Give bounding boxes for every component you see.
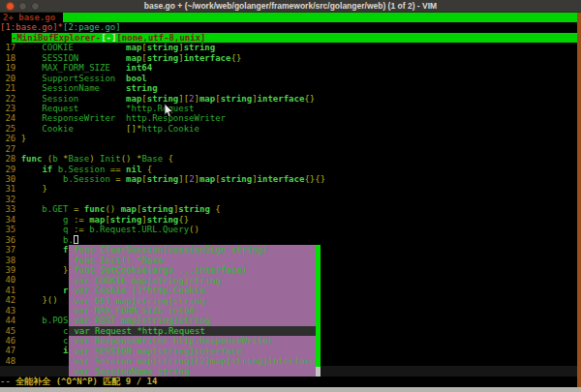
line-number: 17 (0, 43, 21, 52)
line-number: 31 (0, 184, 21, 194)
code-line[interactable]: 26 } (0, 134, 577, 143)
code-token: ][ (178, 94, 189, 104)
line-number: 30 (0, 174, 21, 184)
code-token: string (147, 94, 179, 104)
code-line[interactable]: 23 Request *http.Request (0, 104, 577, 113)
code-line[interactable]: 35 q := b.Request.URL.Query() (0, 225, 577, 234)
code-token: Base (68, 154, 89, 164)
completion-item[interactable]: var Cookie []*http.Cookie (69, 286, 316, 295)
line-number: 28 (0, 154, 21, 164)
code-token (21, 265, 63, 275)
vim-tabline: 2+ base.go (0, 13, 577, 22)
completion-match-count: 匹配 9 / 14 (103, 377, 157, 386)
tab-label[interactable]: 2+ base.go (0, 13, 55, 22)
code-token: b (52, 154, 63, 164)
code-line[interactable]: 19 MAX_FORM_SIZE int64 (0, 63, 577, 73)
code-line[interactable]: 17 COOKIE map[string]string (0, 43, 577, 52)
code-token: () (189, 225, 199, 234)
code-line[interactable]: 29 if b.Session == nil { (0, 165, 577, 174)
code-line[interactable]: 36 b. (0, 235, 577, 245)
code-token: () (105, 204, 115, 214)
completion-mode-message: 全能补全 (^O^N^P) (15, 377, 103, 386)
code-token: Init (95, 154, 121, 164)
code-token: } (21, 134, 26, 143)
completion-item[interactable]: var MAX_FORM_SIZE int64 (69, 306, 316, 316)
code-token: map (199, 94, 215, 104)
buffer-tab-base-go[interactable]: [1:base.go]* (0, 22, 63, 32)
completion-item[interactable]: var SessionName string (69, 367, 316, 377)
completion-item[interactable]: func SetCookie(args ...interface) (69, 265, 316, 275)
code-line[interactable]: 21 SessionName string (0, 83, 577, 93)
code-line[interactable]: 28 func (b *Base) Init() *Base { (0, 154, 577, 164)
completion-item[interactable]: func ClearSession(sessionSign string) (69, 245, 316, 255)
completion-popup: func ClearSession(sessionSign string) fu… (69, 245, 321, 377)
popup-scrollbar-thumb[interactable] (316, 245, 321, 366)
code-token: SESSION (21, 53, 126, 63)
code-line[interactable]: 30 b.Session = map[string][2]map[string]… (0, 174, 577, 184)
code-line[interactable]: 33 b.GET = func() map[string]string { (0, 204, 577, 214)
code-token: r (63, 286, 68, 295)
code-token: SupportSession (21, 74, 126, 83)
line-number: 46 (0, 336, 21, 346)
code-token: == (110, 165, 121, 174)
completion-item[interactable]: var SESSION map[string]interface (69, 347, 316, 356)
code-line[interactable]: 32 (0, 195, 577, 204)
line-number: 45 (0, 326, 21, 336)
completion-item[interactable]: var POST map[string]string (69, 316, 316, 325)
minibufexplorer-statusline: 6 -MiniBufExplorer-[-][none,utf-8,unix] … (0, 33, 577, 43)
code-token: Session (21, 94, 126, 104)
code-line[interactable]: 34 g := map[string]string{} (0, 215, 577, 225)
text-cursor (74, 235, 78, 244)
code-token: SessionName (21, 83, 126, 93)
code-line[interactable]: 24 ResponseWriter http.ResponseWriter (0, 113, 577, 123)
line-number: 21 (0, 83, 21, 93)
code-token: {} (304, 94, 315, 104)
code-line[interactable]: 31 } (0, 184, 577, 194)
code-token: b.Session (52, 165, 110, 174)
code-token: nil (126, 165, 141, 174)
code-token: c (21, 336, 69, 346)
line-number: 37 (0, 245, 21, 255)
completion-item[interactable]: var COOKIE map[string]string (69, 276, 316, 286)
completion-item[interactable]: func Init() *Base (69, 256, 316, 265)
code-token: string (147, 53, 179, 63)
code-token: { (168, 154, 172, 164)
code-token: Cookie (21, 124, 126, 134)
code-line[interactable]: 22 Session map[string][2]map[string]inte… (0, 94, 577, 104)
line-number: 35 (0, 225, 21, 234)
code-token: MAX_FORM_SIZE (21, 63, 126, 73)
line-number: 44 (0, 316, 21, 325)
window-title: base.go + (~/work/web/golanger/framework… (0, 1, 581, 11)
terminal-scrollbar[interactable] (577, 13, 581, 387)
code-token: map (89, 215, 105, 225)
code-token: int64 (126, 63, 152, 73)
code-token (21, 295, 43, 305)
line-number: 20 (0, 74, 21, 83)
code-token: := (74, 225, 84, 234)
completion-item[interactable]: var Request *http.Request (69, 326, 316, 336)
code-token: func (21, 154, 43, 164)
code-line[interactable]: 25 Cookie []*http.Cookie (0, 124, 577, 134)
code-token: f (63, 245, 68, 255)
code-token: string (147, 43, 179, 52)
window-bottom-edge (0, 387, 581, 392)
code-line[interactable]: 27 (0, 144, 577, 154)
code-token: := (74, 215, 84, 225)
code-token: string (221, 174, 253, 184)
completion-item[interactable]: var Session map[string][2]map[string]int… (69, 356, 316, 366)
code-line[interactable]: 18 SESSION map[string]interface{} (0, 53, 577, 63)
line-number: 38 (0, 256, 21, 265)
buffer-tab-page-go[interactable]: [2:page.go] (63, 22, 121, 32)
code-line[interactable]: 20 SupportSession bool (0, 74, 577, 83)
line-number: 24 (0, 113, 21, 123)
vim-terminal-window: base.go + (~/work/web/golanger/framework… (0, 0, 581, 392)
mbe-title: -MiniBufExplorer- (12, 33, 101, 43)
line-number: 42 (0, 295, 21, 305)
code-token: []* (126, 124, 141, 134)
line-number: 27 (0, 144, 21, 154)
code-token: string (147, 215, 179, 225)
completion-item[interactable]: var GET map[string]string (69, 296, 316, 306)
code-token: { (215, 204, 220, 214)
completion-item[interactable]: var ResponseWriter http.ResponseWriter (69, 336, 316, 346)
popup-scrollbar[interactable] (316, 245, 321, 377)
